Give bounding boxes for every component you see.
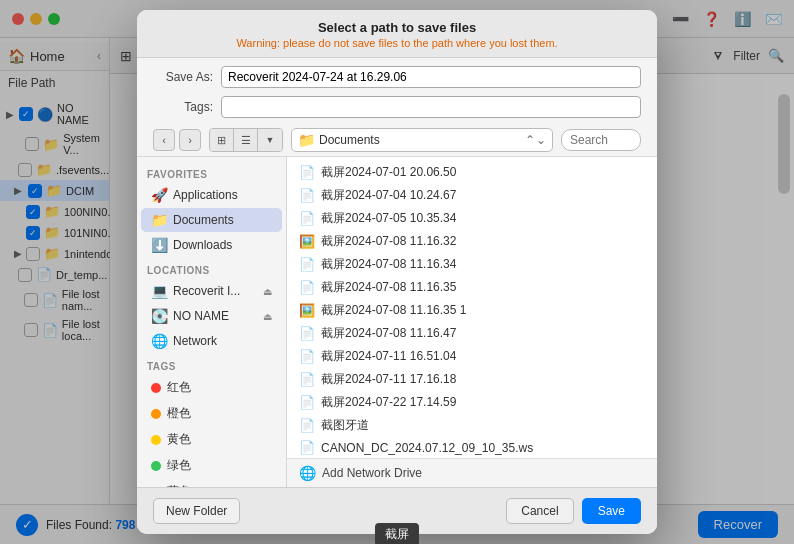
favorites-title: Favorites — [137, 165, 286, 182]
file-item-1[interactable]: 📄 截屏2024-07-04 10.24.67 — [287, 184, 657, 207]
red-dot — [151, 383, 161, 393]
new-folder-button[interactable]: New Folder — [153, 498, 240, 524]
tag-red-label: 红色 — [167, 379, 191, 396]
add-network-label: Add Network Drive — [322, 466, 422, 480]
add-network-icon: 🌐 — [299, 465, 316, 481]
add-network-drive-row[interactable]: 🌐 Add Network Drive — [287, 458, 657, 487]
file-icon: 🖼️ — [299, 234, 315, 249]
modal-warning: Warning: please do not save files to the… — [153, 37, 641, 49]
location-text: Documents — [319, 133, 380, 147]
file-name: 截屏2024-07-08 11.16.35 — [321, 279, 456, 296]
sidebar-item-network[interactable]: 🌐 Network — [141, 329, 282, 353]
file-icon: 📄 — [299, 165, 315, 180]
file-icon: 📄 — [299, 349, 315, 364]
tags-input[interactable] — [221, 96, 641, 118]
sidebar-item-downloads-label: Downloads — [173, 238, 232, 252]
tag-orange-label: 橙色 — [167, 405, 191, 422]
save-as-row: Save As: — [137, 58, 657, 92]
sidebar-item-recoverit[interactable]: 💻 Recoverit I... ⏏ — [141, 279, 282, 303]
modal-overlay: Select a path to save files Warning: ple… — [0, 0, 794, 544]
recoverit-icon: 💻 — [151, 283, 167, 299]
green-dot — [151, 461, 161, 471]
eject-icon[interactable]: ⏏ — [263, 286, 272, 297]
locations-section: Locations 💻 Recoverit I... ⏏ 💽 NO NAME ⏏… — [137, 261, 286, 353]
file-name: 截屏2024-07-11 16.51.04 — [321, 348, 456, 365]
modal-search-input[interactable] — [561, 129, 641, 151]
file-icon: 📄 — [299, 257, 315, 272]
applications-icon: 🚀 — [151, 187, 167, 203]
sidebar-item-downloads[interactable]: ⬇️ Downloads — [141, 233, 282, 257]
file-item-10[interactable]: 📄 截屏2024-07-22 17.14.59 — [287, 391, 657, 414]
file-name: 截屏2024-07-08 11.16.34 — [321, 256, 456, 273]
file-name: 截屏2024-07-22 17.14.59 — [321, 394, 456, 411]
file-icon: 📄 — [299, 440, 315, 455]
sidebar-item-noname[interactable]: 💽 NO NAME ⏏ — [141, 304, 282, 328]
save-as-label: Save As: — [153, 70, 213, 84]
folder-icon: 📁 — [298, 132, 315, 148]
file-item-3[interactable]: 🖼️ 截屏2024-07-08 11.16.32 — [287, 230, 657, 253]
save-dialog: Select a path to save files Warning: ple… — [137, 10, 657, 534]
sidebar-tag-yellow[interactable]: 黄色 — [141, 427, 282, 452]
tag-yellow-label: 黄色 — [167, 431, 191, 448]
file-name: CANON_DC_2024.07.12_09_10_35.ws — [321, 441, 533, 455]
file-item-11[interactable]: 📄 截图牙道 — [287, 414, 657, 437]
yellow-dot — [151, 435, 161, 445]
location-down-arrow[interactable]: ⌄ — [536, 133, 546, 147]
noname-icon: 💽 — [151, 308, 167, 324]
modal-toolbar: ‹ › ⊞ ☰ ▼ 📁 Documents ⌃ ⌄ — [137, 124, 657, 157]
blue-dot — [151, 487, 161, 488]
file-item-6[interactable]: 🖼️ 截屏2024-07-08 11.16.35 1 — [287, 299, 657, 322]
file-item-0[interactable]: 📄 截屏2024-07-01 20.06.50 — [287, 161, 657, 184]
documents-icon: 📁 — [151, 212, 167, 228]
sidebar-item-documents-label: Documents — [173, 213, 234, 227]
sidebar-item-recoverit-label: Recoverit I... — [173, 284, 240, 298]
file-icon: 🖼️ — [299, 303, 315, 318]
modal-header: Select a path to save files Warning: ple… — [137, 10, 657, 58]
tags-section-title: Tags — [137, 357, 286, 374]
file-item-9[interactable]: 📄 截屏2024-07-11 17.16.18 — [287, 368, 657, 391]
view-controls: ⊞ ☰ ▼ — [209, 128, 283, 152]
icon-view-button[interactable]: ⊞ — [210, 129, 234, 151]
file-icon: 📄 — [299, 280, 315, 295]
file-name: 截屏2024-07-04 10.24.67 — [321, 187, 456, 204]
sidebar-tag-orange[interactable]: 橙色 — [141, 401, 282, 426]
file-item-7[interactable]: 📄 截屏2024-07-08 11.16.47 — [287, 322, 657, 345]
eject-icon2[interactable]: ⏏ — [263, 311, 272, 322]
modal-body: Favorites 🚀 Applications 📁 Documents ⬇️ … — [137, 157, 657, 487]
column-view-button[interactable]: ▼ — [258, 129, 282, 151]
file-icon: 📄 — [299, 372, 315, 387]
network-icon: 🌐 — [151, 333, 167, 349]
sidebar-tag-green[interactable]: 绿色 — [141, 453, 282, 478]
sidebar-item-applications-label: Applications — [173, 188, 238, 202]
list-view-button[interactable]: ☰ — [234, 129, 258, 151]
locations-title: Locations — [137, 261, 286, 278]
sidebar-item-applications[interactable]: 🚀 Applications — [141, 183, 282, 207]
file-name: 截图牙道 — [321, 417, 369, 434]
save-as-input[interactable] — [221, 66, 641, 88]
location-up-arrow[interactable]: ⌃ — [525, 133, 535, 147]
save-button[interactable]: Save — [582, 498, 641, 524]
file-item-12[interactable]: 📄 CANON_DC_2024.07.12_09_10_35.ws — [287, 437, 657, 458]
cancel-button[interactable]: Cancel — [506, 498, 573, 524]
file-name: 截屏2024-07-11 17.16.18 — [321, 371, 456, 388]
file-item-2[interactable]: 📄 截屏2024-07-05 10.35.34 — [287, 207, 657, 230]
modal-file-list: 📄 截屏2024-07-01 20.06.50 📄 截屏2024-07-04 1… — [287, 157, 657, 458]
sidebar-item-documents[interactable]: 📁 Documents — [141, 208, 282, 232]
sidebar-tag-red[interactable]: 红色 — [141, 375, 282, 400]
file-name: 截屏2024-07-08 11.16.47 — [321, 325, 456, 342]
modal-sidebar: Favorites 🚀 Applications 📁 Documents ⬇️ … — [137, 157, 287, 487]
file-item-5[interactable]: 📄 截屏2024-07-08 11.16.35 — [287, 276, 657, 299]
back-button[interactable]: ‹ — [153, 129, 175, 151]
orange-dot — [151, 409, 161, 419]
file-name: 截屏2024-07-08 11.16.32 — [321, 233, 456, 250]
tags-label: Tags: — [153, 100, 213, 114]
forward-button[interactable]: › — [179, 129, 201, 151]
file-name: 截屏2024-07-05 10.35.34 — [321, 210, 456, 227]
downloads-icon: ⬇️ — [151, 237, 167, 253]
file-item-4[interactable]: 📄 截屏2024-07-08 11.16.34 — [287, 253, 657, 276]
sidebar-tag-blue[interactable]: 蓝色 — [141, 479, 282, 487]
file-item-8[interactable]: 📄 截屏2024-07-11 16.51.04 — [287, 345, 657, 368]
modal-title: Select a path to save files — [153, 20, 641, 35]
file-icon: 📄 — [299, 326, 315, 341]
location-bar: 📁 Documents ⌃ ⌄ — [291, 128, 553, 152]
